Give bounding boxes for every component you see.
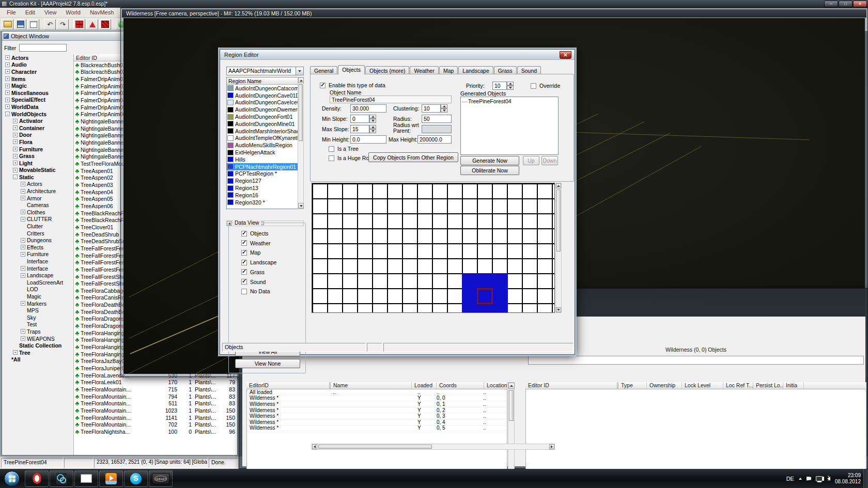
chevron-down-icon[interactable] xyxy=(296,67,304,75)
tree-item-flora[interactable]: +Flora xyxy=(3,138,72,146)
data-view-option-map[interactable]: Map xyxy=(241,249,260,256)
region-list-vscrollbar[interactable] xyxy=(298,77,304,209)
tree-item-magic[interactable]: Magic xyxy=(3,293,72,300)
column-header-loc-ref-t[interactable]: Loc Ref T... xyxy=(723,382,753,389)
tree-item-landscape[interactable]: +Landscape xyxy=(3,272,72,279)
clock[interactable]: 23:09 08.08.2012 xyxy=(835,473,861,485)
column-header-location[interactable]: Location xyxy=(484,382,507,389)
priority-spinner[interactable] xyxy=(507,82,514,90)
generated-objects-list[interactable]: TreePineForest04 xyxy=(460,97,559,155)
region-item-audiointdungeonfort01[interactable]: AudioIntDungeonFort01 xyxy=(227,113,303,120)
min-slope-spinner[interactable] xyxy=(369,115,376,123)
expand-icon[interactable]: + xyxy=(5,104,10,109)
tree-item-architecture[interactable]: +Architecture xyxy=(3,187,72,195)
collapse-icon[interactable]: - xyxy=(13,175,18,179)
expand-icon[interactable]: + xyxy=(13,154,18,159)
region-cell-map[interactable] xyxy=(312,183,555,313)
save-button[interactable] xyxy=(14,19,26,30)
taskbar-app-wmp[interactable] xyxy=(99,470,123,487)
override-checkbox[interactable] xyxy=(531,83,536,89)
region-item-audiointdungeoncatacombss[interactable]: AudioIntDungeonCatacombsS xyxy=(227,85,303,92)
radius-field[interactable]: 50 xyxy=(422,115,452,123)
volume-icon[interactable] xyxy=(827,477,830,481)
tree-item-interface[interactable]: Interface xyxy=(3,258,72,265)
menu-edit[interactable]: Edit xyxy=(21,8,40,17)
scroll-left-icon[interactable] xyxy=(312,444,317,449)
region-item-exthelgenattack[interactable]: ExtHelgenAttack xyxy=(227,149,303,156)
is-a-tree-checkbox[interactable] xyxy=(329,146,334,152)
language-indicator[interactable]: DE xyxy=(786,476,794,482)
tab-sound[interactable]: Sound xyxy=(517,66,541,74)
tree-item-audio[interactable]: +Audio xyxy=(3,61,72,69)
scroll-down-icon[interactable] xyxy=(298,203,304,209)
tree-item-sky[interactable]: Sky xyxy=(3,314,72,321)
region-item-pcptestregion[interactable]: PCPTestRegion * xyxy=(227,170,303,178)
tree-item-miscellaneous[interactable]: +Miscellaneous xyxy=(3,89,72,97)
menu-world[interactable]: World xyxy=(61,8,85,17)
landscape-checkbox[interactable] xyxy=(241,260,247,265)
render-window-titlebar[interactable]: Wilderness [Free camera, perspective] - … xyxy=(122,9,866,18)
expand-icon[interactable]: + xyxy=(13,139,18,144)
list-item[interactable]: ♣TreeFloraMountain...7941Plants\...83Mou… xyxy=(74,393,237,400)
priority-field[interactable]: 10 xyxy=(492,82,507,90)
tree-item-all[interactable]: *All xyxy=(3,356,72,364)
taskbar-app-cebaro[interactable]: CEBARO xyxy=(149,470,173,487)
red-tri-button[interactable] xyxy=(86,19,98,30)
generate-now-button[interactable]: Generate Now xyxy=(460,156,519,165)
tree-item-clothes[interactable]: +Clothes xyxy=(3,209,72,216)
tree-item-furniture[interactable]: +Furniture xyxy=(3,251,72,258)
undo-button[interactable] xyxy=(44,19,56,30)
menu-navmesh[interactable]: NavMesh xyxy=(85,8,118,17)
tree-item-light[interactable]: +Light xyxy=(3,160,72,167)
scroll-up-icon[interactable] xyxy=(556,183,561,188)
region-item-audiomenuskillsregion[interactable]: AudioMenuSkillsRegion xyxy=(227,141,303,149)
obliterate-now-button[interactable]: Obliterate Now xyxy=(460,166,519,175)
region-item-region16[interactable]: Region16 xyxy=(227,192,303,199)
expand-icon[interactable]: + xyxy=(13,119,18,123)
expand-icon[interactable]: + xyxy=(21,189,25,194)
tab-map[interactable]: Map xyxy=(439,66,458,74)
tree-item-container[interactable]: +Container xyxy=(3,124,72,132)
clustering-spinner[interactable] xyxy=(441,104,447,113)
expand-icon[interactable]: + xyxy=(21,210,25,214)
menu-view[interactable]: View xyxy=(40,8,61,17)
expand-icon[interactable]: + xyxy=(21,252,25,257)
tree-item-armor[interactable]: +Armor xyxy=(3,195,72,202)
cell-row[interactable]: Wilderness *Y0, 1.. xyxy=(247,401,507,407)
list-item[interactable]: ♣TreeFloraLeek011701Plants\...79Leek xyxy=(74,379,237,386)
tree-item-grass[interactable]: +Grass xyxy=(3,152,72,160)
start-button[interactable] xyxy=(4,471,20,486)
sound-checkbox[interactable] xyxy=(241,279,247,285)
column-header-ownership[interactable]: Ownership xyxy=(647,382,682,389)
tree-item-weapons[interactable]: +WEAPONS xyxy=(3,335,72,342)
tree-item-specialeffect[interactable]: +SpecialEffect xyxy=(3,97,72,104)
scroll-up-icon[interactable] xyxy=(508,383,515,389)
data-view-option-grass[interactable]: Grass xyxy=(241,269,265,275)
open-button[interactable] xyxy=(2,19,13,30)
expand-icon[interactable]: + xyxy=(5,62,10,67)
region-item-hills[interactable]: Hills xyxy=(227,156,303,163)
tree-item-furniture[interactable]: +Furniture xyxy=(3,146,72,153)
maximize-button[interactable]: □ xyxy=(839,1,853,7)
tree-item-effects[interactable]: +Effects xyxy=(3,244,72,251)
column-header-type[interactable]: Type xyxy=(618,382,647,389)
tree-item-cameras[interactable]: Cameras xyxy=(3,201,72,209)
list-item[interactable]: ♣TreeFloraNightsha...1000Plants\...96Nig… xyxy=(74,428,237,435)
scroll-up-icon[interactable] xyxy=(298,77,304,83)
expand-icon[interactable]: + xyxy=(21,329,25,334)
region-item-pcpnachtmahrregion01[interactable]: PCPNachtmahrRegion01 * xyxy=(227,163,303,170)
column-header-lock-level[interactable]: Lock Level xyxy=(682,382,723,389)
expand-icon[interactable]: + xyxy=(5,55,10,60)
cell-list-vscrollbar[interactable] xyxy=(508,382,515,480)
show-desktop-button[interactable] xyxy=(863,469,868,488)
cell-row[interactable]: Wilderness *Y0, 3.. xyxy=(247,413,507,419)
column-header-coords[interactable]: Coords xyxy=(437,382,484,389)
tree-item-loadscreenart[interactable]: LoadScreenArt xyxy=(3,279,72,286)
expand-icon[interactable]: + xyxy=(13,168,18,172)
data-view-option-landscape[interactable]: Landscape xyxy=(241,259,276,265)
tab-general[interactable]: General xyxy=(310,66,337,74)
expand-icon[interactable]: + xyxy=(21,238,25,243)
tab-objects-more[interactable]: Objects (more) xyxy=(365,66,409,74)
expand-icon[interactable]: + xyxy=(21,266,25,271)
scroll-right-icon[interactable] xyxy=(549,444,554,449)
